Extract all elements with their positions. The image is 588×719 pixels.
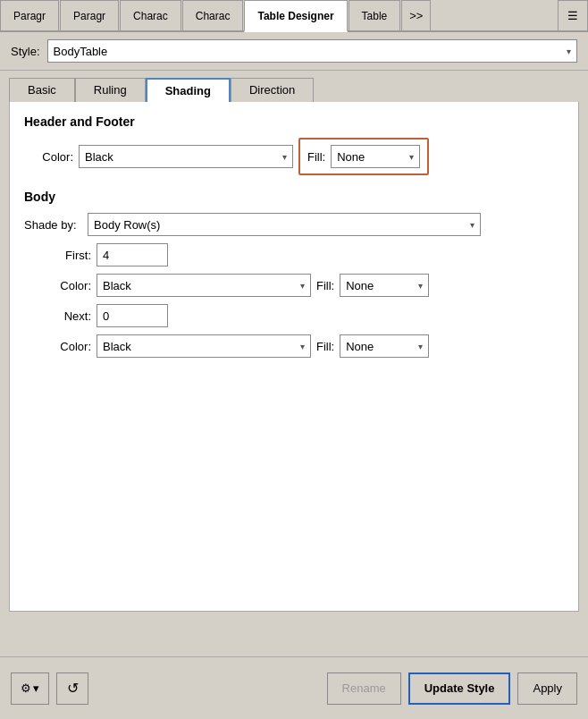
tab-overflow[interactable]: >> bbox=[401, 0, 431, 30]
first-row: First: bbox=[42, 243, 564, 266]
style-select[interactable]: BodyTable ▾ bbox=[47, 39, 577, 63]
body-fill-group: Fill: None ▾ bbox=[316, 274, 429, 297]
content-panel: Header and Footer Color: Black ▾ Fill: N… bbox=[9, 102, 579, 612]
next-fill-arrow: ▾ bbox=[418, 342, 423, 351]
sub-tab-basic[interactable]: Basic bbox=[9, 78, 75, 102]
body-fill-arrow: ▾ bbox=[418, 281, 423, 291]
body-title: Body bbox=[24, 190, 564, 204]
header-fill-arrow: ▾ bbox=[409, 152, 414, 162]
sub-tab-bar: Basic Ruling Shading Direction bbox=[0, 71, 588, 102]
body-color-row: Color: Black ▾ Fill: None ▾ bbox=[42, 274, 564, 297]
apply-button[interactable]: Apply bbox=[517, 672, 577, 705]
next-input[interactable] bbox=[97, 304, 168, 327]
rename-button[interactable]: Rename bbox=[327, 672, 401, 705]
tab-parag2[interactable]: Paragr bbox=[60, 0, 119, 30]
body-color-dropdown[interactable]: Black ▾ bbox=[97, 274, 311, 297]
shade-by-row: Shade by: Body Row(s) ▾ bbox=[24, 213, 564, 236]
next-color-label: Color: bbox=[42, 340, 91, 353]
next-row: Next: bbox=[42, 304, 564, 327]
gear-icon: ⚙ bbox=[21, 681, 31, 695]
sub-tab-shading[interactable]: Shading bbox=[146, 78, 231, 102]
header-fill-highlight: Fill: None ▾ bbox=[298, 138, 429, 175]
header-fill-label: Fill: bbox=[307, 150, 325, 164]
next-fill-group: Fill: None ▾ bbox=[316, 334, 429, 358]
tab-table[interactable]: Table bbox=[349, 0, 401, 30]
refresh-button[interactable]: ↺ bbox=[56, 672, 88, 705]
style-dropdown-arrow: ▾ bbox=[567, 47, 571, 56]
style-label: Style: bbox=[11, 45, 40, 58]
body-color-label: Color: bbox=[42, 279, 91, 292]
gear-button[interactable]: ⚙ ▾ bbox=[11, 672, 49, 705]
first-label: First: bbox=[42, 249, 91, 262]
first-input[interactable] bbox=[97, 243, 168, 266]
gear-dropdown-arrow: ▾ bbox=[33, 681, 39, 695]
tab-parag1[interactable]: Paragr bbox=[0, 0, 59, 30]
next-color-arrow: ▾ bbox=[300, 342, 305, 351]
header-color-row: Color: Black ▾ Fill: None ▾ bbox=[24, 138, 564, 175]
style-row: Style: BodyTable ▾ bbox=[0, 32, 588, 71]
shade-by-arrow: ▾ bbox=[470, 220, 475, 230]
shade-by-dropdown[interactable]: Body Row(s) ▾ bbox=[88, 213, 481, 236]
update-style-button[interactable]: Update Style bbox=[408, 672, 511, 705]
tab-menu[interactable]: ☰ bbox=[558, 0, 588, 30]
body-fill-dropdown[interactable]: None ▾ bbox=[340, 274, 429, 297]
header-footer-title: Header and Footer bbox=[24, 114, 564, 129]
bottom-toolbar: ⚙ ▾ ↺ Rename Update Style Apply bbox=[0, 656, 588, 719]
tab-table-designer[interactable]: Table Designer bbox=[244, 0, 347, 32]
next-label: Next: bbox=[42, 309, 91, 323]
sub-tab-ruling[interactable]: Ruling bbox=[75, 78, 146, 102]
next-fill-dropdown[interactable]: None ▾ bbox=[340, 334, 429, 358]
header-footer-section: Header and Footer Color: Black ▾ Fill: N… bbox=[24, 114, 564, 175]
next-color-dropdown[interactable]: Black ▾ bbox=[97, 334, 311, 358]
sub-tab-direction[interactable]: Direction bbox=[231, 78, 314, 102]
next-fill-label: Fill: bbox=[316, 340, 334, 353]
tab-charac1[interactable]: Charac bbox=[120, 0, 181, 30]
header-color-arrow: ▾ bbox=[282, 152, 287, 162]
header-color-label: Color: bbox=[24, 150, 73, 164]
shade-by-label: Shade by: bbox=[24, 218, 82, 232]
next-color-row: Color: Black ▾ Fill: None ▾ bbox=[42, 334, 564, 358]
refresh-icon: ↺ bbox=[67, 680, 79, 697]
header-color-dropdown[interactable]: Black ▾ bbox=[79, 145, 293, 168]
tab-bar: Paragr Paragr Charac Charac Table Design… bbox=[0, 0, 588, 32]
body-fill-label: Fill: bbox=[316, 279, 334, 292]
body-section: Body Shade by: Body Row(s) ▾ First: Colo… bbox=[24, 190, 564, 358]
header-fill-dropdown[interactable]: None ▾ bbox=[331, 145, 420, 168]
body-color-arrow: ▾ bbox=[300, 281, 305, 291]
tab-charac2[interactable]: Charac bbox=[182, 0, 244, 30]
